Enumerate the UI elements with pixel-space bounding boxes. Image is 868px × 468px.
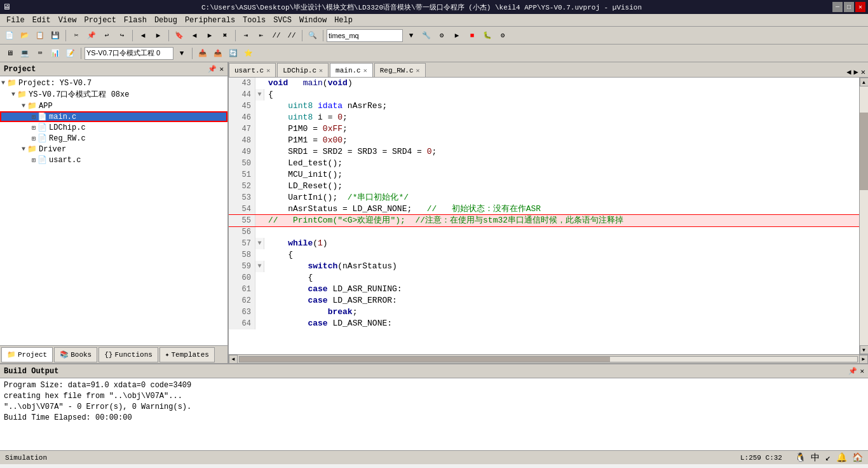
tree-item-root[interactable]: ▼📁Project: YS-V0.7 <box>0 78 227 88</box>
tb2-extra4[interactable]: ⭐ <box>241 46 255 60</box>
menu-item-file[interactable]: File <box>3 16 29 25</box>
tree-item-usartc[interactable]: ⊞📄usart.c <box>0 155 227 165</box>
project-input[interactable] <box>85 47 173 60</box>
hscroll-right-button[interactable]: ▶ <box>859 355 868 364</box>
line-fold[interactable]: ▼ <box>255 261 264 272</box>
minimize-button[interactable]: ─ <box>832 2 843 12</box>
menu-item-view[interactable]: View <box>55 16 81 25</box>
indent-button[interactable]: ⇥ <box>239 29 253 43</box>
menu-item-svcs[interactable]: SVCS <box>269 16 295 25</box>
editor-tabs: usart.c✕LDChip.c✕main.c✕Reg_RW.c✕ <box>229 63 427 77</box>
nav-fwd-button[interactable]: ▶ <box>151 29 165 43</box>
bottom-tab-project[interactable]: 📁Project <box>1 347 53 362</box>
copy-button[interactable]: 📋 <box>33 29 47 43</box>
vertical-scrollbar[interactable]: ▲ ▼ <box>859 78 868 354</box>
line-number: 45 <box>229 100 255 112</box>
code-line-60: 60 { <box>229 272 859 284</box>
code-editor[interactable]: 43 void main(void) 44 ▼ { 45 uint8 idata… <box>229 78 859 354</box>
tb2-extra3[interactable]: 🔄 <box>226 46 240 60</box>
menu-item-flash[interactable]: Flash <box>120 16 151 25</box>
tab-icon-functions: {} <box>104 351 112 359</box>
menu-item-edit[interactable]: Edit <box>29 16 55 25</box>
tb2-extra1[interactable]: 📥 <box>196 46 210 60</box>
bookmark-clear-button[interactable]: ✖ <box>218 29 232 43</box>
menu-item-debug[interactable]: Debug <box>151 16 181 25</box>
new-button[interactable]: 📄 <box>3 29 17 43</box>
menu-item-help[interactable]: Help <box>330 16 356 25</box>
tree-item-group1[interactable]: ▼📁YS-V0.7口令模式工程 08xe <box>0 88 227 100</box>
statusbar: Simulation L:259 C:32 🐧 中 ↙ 🔔 🏠 <box>0 450 868 464</box>
tb2-btn3[interactable]: ⌨ <box>33 46 47 60</box>
tab-close-all-icon[interactable]: ✕ <box>861 67 865 77</box>
paste-button[interactable]: 📌 <box>85 29 98 43</box>
unindent-button[interactable]: ⇤ <box>254 29 268 43</box>
tab-close-usart[interactable]: ✕ <box>266 67 270 74</box>
line-fold[interactable]: ▼ <box>255 89 264 100</box>
tb2-btn4[interactable]: 📊 <box>48 46 62 60</box>
tab-right-icon[interactable]: ▶ <box>854 67 858 77</box>
proj-dropdown[interactable]: ▼ <box>175 46 189 60</box>
settings-button[interactable]: ⚙ <box>496 29 510 43</box>
bookmark-prev-button[interactable]: ◀ <box>187 29 201 43</box>
uncomment-button[interactable]: // <box>285 29 299 43</box>
tab-label: usart.c <box>234 67 264 74</box>
stop-button[interactable]: ■ <box>465 29 479 43</box>
debug-button[interactable]: 🐛 <box>480 29 494 43</box>
menu-item-project[interactable]: Project <box>80 16 119 25</box>
maximize-button[interactable]: □ <box>844 2 854 12</box>
tree-item-mainc[interactable]: ⊞📄main.c <box>0 111 227 122</box>
close-button[interactable]: ✕ <box>855 2 865 12</box>
build-output-line: "..\obj\V07A" - 0 Error(s), 0 Warning(s)… <box>4 402 864 413</box>
bookmark-next-button[interactable]: ▶ <box>203 29 217 43</box>
build-button[interactable]: ⚙ <box>435 29 449 43</box>
build-pin-button[interactable]: 📌 <box>848 367 857 375</box>
tb2-btn1[interactable]: 🖥 <box>3 46 17 60</box>
menu-item-tools[interactable]: Tools <box>239 16 269 25</box>
tree-item-driver[interactable]: ▼📁Driver <box>0 144 227 155</box>
tree-item-app[interactable]: ▼📁APP <box>0 100 227 111</box>
scroll-down-button[interactable]: ▼ <box>860 345 869 354</box>
tb2-btn5[interactable]: 📝 <box>64 46 78 60</box>
bookmark-button[interactable]: 🔖 <box>172 29 186 43</box>
tab-close-ldchip[interactable]: ✕ <box>319 67 323 74</box>
editor-tab-ldchip[interactable]: LDChip.c✕ <box>277 63 329 77</box>
editor-tab-regrw[interactable]: Reg_RW.c✕ <box>374 63 426 77</box>
build-close-icon[interactable]: ✕ <box>860 367 864 375</box>
tree-node-label: APP <box>39 102 53 111</box>
tab-close-mainc[interactable]: ✕ <box>363 67 367 74</box>
search-icon[interactable]: 🔍 <box>306 29 320 43</box>
tab-left-icon[interactable]: ◀ <box>846 67 851 77</box>
menu-item-window[interactable]: Window <box>295 16 330 25</box>
open-button[interactable]: 📂 <box>18 29 32 43</box>
tb2-btn2[interactable]: 💻 <box>18 46 32 60</box>
cut-button[interactable]: ✂ <box>69 29 83 43</box>
scroll-up-button[interactable]: ▲ <box>860 78 869 86</box>
bottom-tab-functions[interactable]: {}Functions <box>98 347 158 362</box>
tree-item-regrwc[interactable]: ⊞📄Reg_RW.c <box>0 133 227 144</box>
target-input[interactable] <box>327 29 403 42</box>
compile-button[interactable]: 🔧 <box>419 29 433 43</box>
comment-button[interactable]: // <box>269 29 283 43</box>
run-button[interactable]: ▶ <box>450 29 464 43</box>
line-fold[interactable]: ▼ <box>255 238 264 249</box>
project-close-icon[interactable]: ✕ <box>219 65 224 73</box>
horizontal-scrollbar[interactable]: ◀ ▶ <box>229 354 868 363</box>
tree-item-ldchipc[interactable]: ⊞📄LDChip.c <box>0 122 227 133</box>
redo-button[interactable]: ↪ <box>115 29 129 43</box>
project-pin-button[interactable]: 📌 <box>208 65 217 73</box>
editor-tab-mainc[interactable]: main.c✕ <box>330 63 373 77</box>
undo-button[interactable]: ↩ <box>100 29 114 43</box>
save-button[interactable]: 💾 <box>48 29 62 43</box>
hscroll-track[interactable] <box>239 356 858 362</box>
hscroll-left-button[interactable]: ◀ <box>229 355 238 364</box>
scroll-track[interactable] <box>860 86 869 345</box>
editor-tab-usart[interactable]: usart.c✕ <box>229 63 276 77</box>
tab-label: Reg_RW.c <box>380 67 414 74</box>
bottom-tab-templates[interactable]: ✦Templates <box>159 347 215 362</box>
bottom-tab-books[interactable]: 📚Books <box>54 347 97 362</box>
tb2-extra2[interactable]: 📤 <box>211 46 225 60</box>
tab-close-regrw[interactable]: ✕ <box>416 67 420 74</box>
menu-item-peripherals[interactable]: Peripherals <box>181 16 239 25</box>
target-dropdown[interactable]: ▼ <box>404 29 418 43</box>
nav-back-button[interactable]: ◀ <box>136 29 150 43</box>
